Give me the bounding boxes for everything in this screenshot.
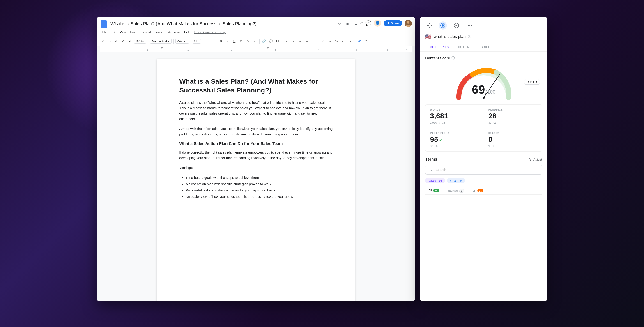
docs-ruler: 1 1 2 3 4 5 6 7 xyxy=(96,46,415,52)
filter-tab-all[interactable]: All 18 xyxy=(425,187,442,194)
last-edit-text[interactable]: Last edit was seconds ago xyxy=(194,31,226,34)
docs-toolbar: ↩ ↪ 🖨 A̲ 🖌 100% ▾ Normal text ▾ Arial ▾ xyxy=(96,36,415,46)
spellcheck-button[interactable]: A̲ xyxy=(120,38,126,44)
svg-point-17 xyxy=(429,25,430,26)
search-icon xyxy=(428,168,432,172)
bullet-item-4: An easier view of how your sales team is… xyxy=(186,194,332,199)
stat-cell-headings: HEADINGS 28 ↑ 35–42 xyxy=(484,105,542,128)
document-paragraph-4: You'll get: xyxy=(179,165,332,170)
numbered-list-button[interactable]: 1≡ xyxy=(334,38,339,44)
separator-2 xyxy=(174,39,174,44)
docs-titlebar: What is a Sales Plan? (And What Makes fo… xyxy=(96,17,415,36)
separator-3 xyxy=(191,39,191,44)
font-size-decrease[interactable]: − xyxy=(202,38,208,44)
line-spacing-button[interactable]: ↕ xyxy=(314,38,319,44)
panel-body: Content Score ⓘ xyxy=(420,52,548,301)
image-button[interactable]: 🖼 xyxy=(275,38,280,44)
details-button[interactable]: Details ▾ xyxy=(524,79,540,84)
separator-6 xyxy=(282,39,282,44)
star-icon[interactable]: ☆ xyxy=(336,20,343,27)
tab-brief[interactable]: BRIEF xyxy=(476,43,494,52)
strikethrough-button[interactable]: S xyxy=(238,38,244,44)
tag-plan[interactable]: #Plan - 6 xyxy=(447,178,465,183)
terms-search-input[interactable] xyxy=(425,165,542,174)
document-paragraph-2: Armed with the information you'll compil… xyxy=(179,126,332,137)
increase-indent-button[interactable]: ⇥ xyxy=(348,38,353,44)
menu-view[interactable]: View xyxy=(118,30,128,35)
tab-guidelines[interactable]: GUIDELINES xyxy=(425,43,453,52)
align-left-button[interactable]: ≡ xyxy=(284,38,290,44)
checklist-button[interactable]: ☑ xyxy=(320,38,326,44)
bold-button[interactable]: B xyxy=(218,38,224,44)
menu-extensions[interactable]: Extensions xyxy=(164,30,182,35)
drive-icon[interactable]: ▣ xyxy=(344,20,351,27)
settings-icon[interactable] xyxy=(425,22,434,30)
panel-query-text: what is sales plan xyxy=(434,34,466,39)
circle-check-icon[interactable] xyxy=(439,22,447,30)
content-score-info-icon[interactable]: ⓘ xyxy=(452,56,454,60)
font-size-selector[interactable]: 11 xyxy=(193,39,201,44)
svg-text:5: 5 xyxy=(356,48,357,51)
menu-file[interactable]: File xyxy=(100,30,108,35)
checkmark-circle-icon[interactable] xyxy=(452,22,460,30)
align-center-button[interactable]: ≡ xyxy=(291,38,296,44)
menu-insert[interactable]: Insert xyxy=(128,30,139,35)
svg-marker-16 xyxy=(267,47,269,49)
query-info-icon[interactable]: ⓘ xyxy=(468,34,472,39)
stat-value-paragraphs: 95 ✓ xyxy=(430,135,479,144)
svg-point-19 xyxy=(442,24,444,26)
align-right-button[interactable]: ≡ xyxy=(298,38,303,44)
document-heading-1: What is a Sales Plan? (And What Makes fo… xyxy=(179,77,332,94)
comment-button[interactable]: 💬 xyxy=(268,38,274,44)
undo-button[interactable]: ↩ xyxy=(100,38,106,44)
share-button[interactable]: ⬆ Share xyxy=(384,20,402,26)
font-selector[interactable]: Arial ▾ xyxy=(176,39,189,44)
docs-app-icon xyxy=(100,20,108,28)
filter-tab-nlp[interactable]: NLP 16 xyxy=(467,187,486,194)
redo-button[interactable]: ↪ xyxy=(107,38,112,44)
docs-content[interactable]: What is a Sales Plan? (And What Makes fo… xyxy=(96,52,415,301)
zoom-selector[interactable]: 100% ▾ xyxy=(134,39,146,44)
menu-edit[interactable]: Edit xyxy=(109,30,118,35)
print-button[interactable]: 🖨 xyxy=(114,38,119,44)
graph-icon[interactable]: ↗ xyxy=(359,20,363,26)
document-paragraph-1: A sales plan is the "who, where, why, wh… xyxy=(179,100,332,122)
terms-section: Terms Adjust xyxy=(425,157,542,194)
stat-value-words: 3,681 ↓ xyxy=(430,112,479,120)
headings-badge: 1 xyxy=(459,189,464,192)
clear-format-button[interactable]: 🖌 xyxy=(357,38,362,44)
link-button[interactable]: 🔗 xyxy=(261,38,267,44)
decrease-indent-button[interactable]: ⇤ xyxy=(341,38,346,44)
align-justify-button[interactable]: ≡ xyxy=(304,38,310,44)
menu-help[interactable]: Help xyxy=(182,30,192,35)
highlight-color-button[interactable]: ✏ xyxy=(252,38,258,44)
user-avatar[interactable] xyxy=(404,20,412,27)
more-options-button[interactable]: ⌃ xyxy=(364,38,369,44)
collab-icon[interactable]: 👤 xyxy=(374,20,381,26)
text-format-selector[interactable]: Normal text ▾ xyxy=(150,39,171,44)
tag-sale[interactable]: #Sale - 14 xyxy=(425,178,445,183)
menu-format[interactable]: Format xyxy=(140,30,153,35)
svg-point-5 xyxy=(407,21,410,24)
svg-point-29 xyxy=(530,160,531,160)
docs-menu: File Edit View Insert Format Tools Exten… xyxy=(100,30,226,36)
font-size-increase[interactable]: + xyxy=(209,38,214,44)
more-options-icon[interactable] xyxy=(466,22,474,30)
svg-point-23 xyxy=(471,25,472,26)
text-color-button[interactable]: A xyxy=(245,38,251,44)
underline-button[interactable]: U xyxy=(232,38,237,44)
comment-icon[interactable]: 💬 xyxy=(365,20,372,26)
tab-outline[interactable]: OUTLINE xyxy=(454,43,476,52)
words-trend-icon: ↓ xyxy=(449,115,451,119)
paragraphs-trend-icon: ✓ xyxy=(439,138,442,143)
filter-tab-headings[interactable]: Headings 1 xyxy=(442,187,467,194)
italic-button[interactable]: I xyxy=(225,38,230,44)
menu-tools[interactable]: Tools xyxy=(153,30,164,35)
cloud-icon[interactable]: ☁ xyxy=(353,20,359,27)
document-bullet-list: Time-based goals with the steps to achie… xyxy=(179,175,332,199)
stat-value-headings: 28 ↑ xyxy=(488,112,537,120)
bullet-list-button[interactable]: •≡ xyxy=(327,38,332,44)
filter-tabs: All 18 Headings 1 NLP 16 xyxy=(425,187,542,194)
paint-format-button[interactable]: 🖌 xyxy=(127,38,132,44)
adjust-button[interactable]: Adjust xyxy=(528,158,542,161)
